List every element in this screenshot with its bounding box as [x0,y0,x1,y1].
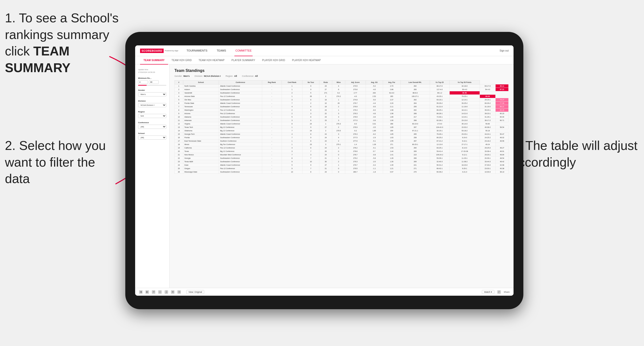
view-original-btn[interactable]: View: Original [186,290,204,294]
cell-data: 23-33-1 [480,167,496,170]
cell-data: 27-17-1 [450,143,480,146]
nav-committee[interactable]: COMMITTEE [234,45,252,56]
cell-data: 59.80 [480,122,496,126]
cell-data: 27 [319,88,332,91]
region-section: Region N/A All [138,111,166,118]
cell-data: 86-26-1 [430,112,450,115]
cell-data: 278.6 [345,150,366,153]
cell-data: 17-33-38 [450,150,480,153]
table-row: 23Texas A&MSoutheastern Conference-91030… [175,160,508,164]
cell-data: 11-19-0 [450,105,480,108]
cell-data: 29-20-1 [480,153,496,157]
refresh-icon[interactable]: ↺ [152,290,155,294]
cell-data: 9-12-1 [450,153,480,157]
gender-select[interactable]: Men's Women's [138,92,166,96]
cell-data: 83-15-0 [400,122,430,126]
region-select[interactable]: N/A All [138,114,166,118]
cell-school: Texas A&M [183,160,219,164]
cell-data: 24 [319,139,332,143]
min-input[interactable] [138,80,148,84]
col-rank: # [175,80,183,84]
cell-data: 40-38-2 [480,126,496,129]
expand-icon[interactable]: ⤢ [497,290,501,294]
table-row: 3VanderbiltSoutheastern Conference-25271… [175,91,508,95]
home-icon[interactable]: ⌂ [158,290,162,294]
cell-conference: Big 12 Conference [219,150,262,153]
cell-data: 37-30-0 [480,164,496,167]
cell-data: 33-25-2 [450,102,480,105]
cell-data: 24 [302,129,320,133]
sign-out[interactable]: Sign out [500,49,508,52]
cell-data: 0 [332,150,345,153]
col-vs-top50: Vs Top 50 Points [450,80,480,84]
conference-select[interactable]: (All) [138,125,166,129]
cell-data: 80.08 [480,95,496,98]
nav-tournaments[interactable]: TOURNAMENTS [186,45,208,56]
cell-school: East Tennessee State [183,139,219,143]
watch-btn[interactable]: Watch ▾ [482,290,494,294]
subnav-team-summary[interactable]: TEAM SUMMARY [140,56,168,65]
cell-data: 6 [302,105,320,108]
cell-data: -0.8 [366,153,383,157]
cell-data: 7 [282,129,302,133]
subnav-player-h2h-heatmap[interactable]: PLAYER H2H HEATMAP [288,56,324,65]
table-row: 20TexasBig 12 Conference-37200278.60.71.… [175,150,508,153]
cell-data: 270 [400,170,430,174]
table-row: 22GeorgiaSoutheastern Conference-8721127… [175,157,508,160]
cell-data: 60.71 [496,119,508,122]
copy-icon[interactable]: ⊕ [171,290,174,294]
back-icon[interactable]: ◀ [139,290,142,294]
cell-data: 265 [383,95,400,98]
cell-rank: 21 [175,153,183,157]
cell-data: 276.9 [345,126,366,129]
cell-data: 273.5 [345,84,366,88]
cell-data: 3 [282,98,302,102]
filter-division-label: Division: [194,75,203,77]
cell-data: 0.97 [383,170,400,174]
tablet-screen: SCOREBOARD Powered by clippi TOURNAMENTS… [135,45,514,296]
filter-conference: Conference: All [242,75,258,77]
cell-data: 1.30 [383,160,400,164]
cell-data: 265 [400,133,430,136]
cell-data: 277.6 [345,139,366,143]
max-input[interactable] [149,80,159,84]
cell-data: -3.5 [366,126,383,129]
subnav-team-h2h-heatmap[interactable]: TEAM H2H HEATMAP [195,56,228,65]
cell-data: 100-27-1 [400,95,430,98]
forward-icon[interactable]: ▶ [146,290,149,294]
cell-data: 21 [319,167,332,170]
table-row: 21New MexicoMountain West Conference-732… [175,153,508,157]
cell-data: 2.88 [383,88,400,91]
col-wins: Wins [332,80,345,84]
cell-data: 8 [302,170,320,174]
subnav-team-h2h-grid[interactable]: TEAM H2H GRID [168,56,195,65]
cell-data: -4.0 [366,88,383,91]
cell-data: 268 [400,112,430,115]
cell-data: 66-42-1 [430,167,450,170]
cell-school: Ole Miss [183,98,219,102]
cell-school: Texas [183,150,219,153]
subnav-player-summary[interactable]: PLAYER SUMMARY [228,56,259,65]
nav-teams[interactable]: TEAMS [216,45,227,56]
cell-conference: Big 12 Conference [219,126,262,129]
cell-data: 3 [332,133,345,136]
cell-data: 278.7 [345,153,366,157]
cell-data: 91-6-0 [383,91,400,95]
share-btn[interactable]: Share [504,291,510,293]
cell-data: 1.41 [383,153,400,157]
cell-data: 2.20 [383,102,400,105]
subnav-player-h2h-grid[interactable]: PLAYER H2H GRID [259,56,289,65]
division-select[interactable]: NCAA Division I NCAA Division II NCAA Di… [138,103,166,107]
share-icon-bottom[interactable]: ⎦ [164,290,168,294]
cell-data: 3 [332,112,345,115]
school-select[interactable]: (All) [138,136,166,140]
cell-data: 3 [302,153,320,157]
cell-school: Georgia [183,157,219,160]
cell-data: 90-31-2 [430,164,450,167]
gender-section: Gender Men's Women's [138,89,166,96]
clock-icon[interactable]: ◷ [178,290,181,294]
cell-data: 277.0 [345,119,366,122]
cell-conference: Atlantic Coast Conference [219,133,262,136]
cell-data: 14-21-0 [450,112,480,115]
cell-data: 53-18-2 [450,129,480,133]
